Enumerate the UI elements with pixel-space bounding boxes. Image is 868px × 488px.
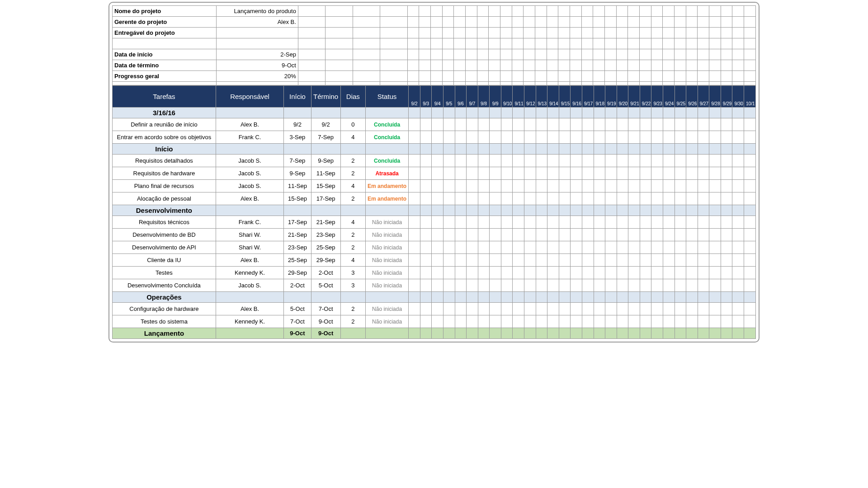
- task-owner[interactable]: Alex B.: [216, 118, 284, 131]
- task-days[interactable]: 3: [340, 279, 365, 292]
- project-deliverable-value[interactable]: [216, 28, 298, 38]
- project-progress-value[interactable]: 20%: [216, 71, 298, 82]
- task-name[interactable]: Requisitos de hardware: [113, 167, 216, 180]
- task-start[interactable]: 9-Oct: [284, 328, 311, 339]
- task-days[interactable]: 2: [340, 192, 365, 205]
- task-start[interactable]: [284, 205, 311, 216]
- task-end[interactable]: [311, 144, 340, 155]
- task-name[interactable]: Testes do sistema: [113, 315, 216, 328]
- task-days[interactable]: [340, 205, 365, 216]
- task-start[interactable]: 21-Sep: [284, 229, 311, 241]
- task-owner[interactable]: Kennedy K.: [216, 267, 284, 279]
- task-start[interactable]: [284, 292, 311, 303]
- task-end[interactable]: 7-Sep: [311, 131, 340, 144]
- task-start[interactable]: 5-Oct: [284, 303, 311, 315]
- task-end[interactable]: 9-Sep: [311, 155, 340, 167]
- task-end[interactable]: 7-Oct: [311, 303, 340, 315]
- task-days[interactable]: 2: [340, 315, 365, 328]
- task-start[interactable]: 9/2: [284, 118, 311, 131]
- task-end[interactable]: 9-Oct: [311, 315, 340, 328]
- task-end[interactable]: 29-Sep: [311, 254, 340, 267]
- task-days[interactable]: 4: [340, 254, 365, 267]
- project-end-value[interactable]: 9-Oct: [216, 60, 298, 71]
- task-end[interactable]: 25-Sep: [311, 241, 340, 254]
- task-name[interactable]: Cliente da IU: [113, 254, 216, 267]
- task-owner[interactable]: [216, 328, 284, 339]
- task-start[interactable]: 17-Sep: [284, 216, 311, 229]
- task-start[interactable]: 11-Sep: [284, 180, 311, 192]
- task-name[interactable]: Plano final de recursos: [113, 180, 216, 192]
- task-start[interactable]: [284, 144, 311, 155]
- task-days[interactable]: 2: [340, 303, 365, 315]
- task-name[interactable]: Entrar em acordo sobre os objetivos: [113, 131, 216, 144]
- task-end[interactable]: 2-Oct: [311, 267, 340, 279]
- task-name[interactable]: 3/16/16: [113, 108, 216, 118]
- task-end[interactable]: 9/2: [311, 118, 340, 131]
- task-start[interactable]: 2-Oct: [284, 279, 311, 292]
- project-start-value[interactable]: 2-Sep: [216, 49, 298, 60]
- task-start[interactable]: [284, 108, 311, 118]
- task-name[interactable]: Requisitos técnicos: [113, 216, 216, 229]
- task-owner[interactable]: [216, 205, 284, 216]
- task-days[interactable]: 4: [340, 131, 365, 144]
- task-days[interactable]: 2: [340, 241, 365, 254]
- project-manager-value[interactable]: Alex B.: [216, 17, 298, 28]
- task-end[interactable]: 21-Sep: [311, 216, 340, 229]
- task-name[interactable]: Lançamento: [113, 328, 216, 339]
- task-start[interactable]: 9-Sep: [284, 167, 311, 180]
- task-start[interactable]: 7-Oct: [284, 315, 311, 328]
- task-start[interactable]: 25-Sep: [284, 254, 311, 267]
- task-owner[interactable]: Jacob S.: [216, 155, 284, 167]
- task-end[interactable]: [311, 205, 340, 216]
- task-end[interactable]: 9-Oct: [311, 328, 340, 339]
- task-owner[interactable]: Alex B.: [216, 303, 284, 315]
- task-owner[interactable]: Shari W.: [216, 229, 284, 241]
- task-name[interactable]: Início: [113, 144, 216, 155]
- task-days[interactable]: 3: [340, 267, 365, 279]
- task-name[interactable]: Alocação de pessoal: [113, 192, 216, 205]
- task-start[interactable]: 3-Sep: [284, 131, 311, 144]
- task-owner[interactable]: Jacob S.: [216, 180, 284, 192]
- task-owner[interactable]: Alex B.: [216, 192, 284, 205]
- task-name[interactable]: Operações: [113, 292, 216, 303]
- task-days[interactable]: [340, 108, 365, 118]
- task-days[interactable]: [340, 328, 365, 339]
- task-end[interactable]: 5-Oct: [311, 279, 340, 292]
- task-end[interactable]: [311, 108, 340, 118]
- task-days[interactable]: [340, 144, 365, 155]
- task-name[interactable]: Desenvolvimento: [113, 205, 216, 216]
- task-owner[interactable]: [216, 292, 284, 303]
- task-start[interactable]: 15-Sep: [284, 192, 311, 205]
- task-start[interactable]: 23-Sep: [284, 241, 311, 254]
- task-start[interactable]: 7-Sep: [284, 155, 311, 167]
- task-days[interactable]: 4: [340, 180, 365, 192]
- task-owner[interactable]: Jacob S.: [216, 167, 284, 180]
- task-start[interactable]: 29-Sep: [284, 267, 311, 279]
- task-name[interactable]: Desenvolvimento Concluída: [113, 279, 216, 292]
- task-owner[interactable]: Shari W.: [216, 241, 284, 254]
- task-name[interactable]: Desenvolvimento de API: [113, 241, 216, 254]
- task-end[interactable]: 17-Sep: [311, 192, 340, 205]
- task-days[interactable]: 2: [340, 229, 365, 241]
- task-owner[interactable]: Frank C.: [216, 131, 284, 144]
- project-name-value[interactable]: Lançamento do produto: [216, 6, 298, 17]
- task-name[interactable]: Requisitos detalhados: [113, 155, 216, 167]
- task-owner[interactable]: Jacob S.: [216, 279, 284, 292]
- task-owner[interactable]: Alex B.: [216, 254, 284, 267]
- task-name[interactable]: Configuração de hardware: [113, 303, 216, 315]
- task-name[interactable]: Testes: [113, 267, 216, 279]
- task-end[interactable]: 15-Sep: [311, 180, 340, 192]
- task-days[interactable]: 0: [340, 118, 365, 131]
- task-days[interactable]: 4: [340, 216, 365, 229]
- task-owner[interactable]: Kennedy K.: [216, 315, 284, 328]
- task-end[interactable]: 23-Sep: [311, 229, 340, 241]
- task-days[interactable]: 2: [340, 167, 365, 180]
- task-days[interactable]: [340, 292, 365, 303]
- task-name[interactable]: Definir a reunião de início: [113, 118, 216, 131]
- task-name[interactable]: Desenvolvimento de BD: [113, 229, 216, 241]
- task-end[interactable]: 11-Sep: [311, 167, 340, 180]
- task-owner[interactable]: Frank C.: [216, 216, 284, 229]
- task-end[interactable]: [311, 292, 340, 303]
- task-owner[interactable]: [216, 108, 284, 118]
- task-owner[interactable]: [216, 144, 284, 155]
